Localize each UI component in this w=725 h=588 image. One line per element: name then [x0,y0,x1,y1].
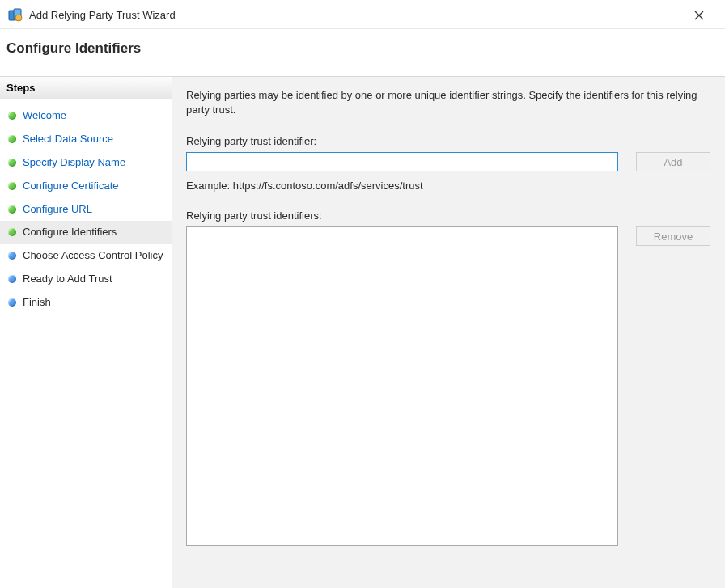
identifier-list-row: Remove [186,226,710,546]
identifier-list[interactable] [186,226,618,546]
wizard-body: Steps Welcome Select Data Source Specify… [0,76,725,588]
step-bullet-icon [8,112,16,120]
svg-point-2 [15,15,22,21]
step-bullet-icon [8,182,16,190]
titlebar: Add Relying Party Trust Wizard [0,0,725,29]
step-label: Ready to Add Trust [23,273,112,286]
step-configure-identifiers[interactable]: Configure Identifiers [0,221,172,244]
page-heading: Configure Identifiers [0,29,725,76]
main-panel: Relying parties may be identified by one… [172,76,725,588]
identifier-input-label: Relying party trust identifier: [186,135,710,147]
step-label: Configure URL [23,203,92,217]
steps-list: Welcome Select Data Source Specify Displ… [0,99,172,319]
step-bullet-icon [8,205,16,214]
app-icon [8,8,23,23]
step-bullet-icon [8,135,16,143]
remove-button[interactable]: Remove [636,226,710,246]
step-select-data-source[interactable]: Select Data Source [0,128,172,151]
step-welcome[interactable]: Welcome [0,104,172,128]
step-ready-to-add-trust[interactable]: Ready to Add Trust [0,268,172,291]
step-bullet-icon [8,228,16,236]
step-bullet-icon [8,159,16,167]
step-finish[interactable]: Finish [0,291,172,315]
close-button[interactable] [683,4,715,27]
step-specify-display-name[interactable]: Specify Display Name [0,151,172,175]
step-configure-url[interactable]: Configure URL [0,198,172,222]
step-choose-access-control-policy[interactable]: Choose Access Control Policy [0,244,172,268]
identifier-example: Example: https://fs.contoso.com/adfs/ser… [186,180,710,192]
identifier-input[interactable] [186,152,618,171]
identifier-list-label: Relying party trust identifiers: [186,209,710,222]
step-bullet-icon [8,298,16,307]
window-title: Add Relying Party Trust Wizard [29,9,683,21]
step-label: Choose Access Control Policy [23,249,163,263]
step-label: Welcome [23,109,66,123]
step-label: Configure Identifiers [23,226,117,239]
steps-sidebar: Steps Welcome Select Data Source Specify… [0,76,172,588]
step-configure-certificate[interactable]: Configure Certificate [0,175,172,198]
step-bullet-icon [8,275,16,283]
add-button[interactable]: Add [636,152,710,171]
steps-header: Steps [0,76,172,99]
step-label: Select Data Source [23,133,113,146]
identifier-input-row: Add [186,152,710,171]
intro-text: Relying parties may be identified by one… [186,88,704,117]
step-label: Specify Display Name [23,156,125,170]
step-label: Finish [23,296,51,310]
step-label: Configure Certificate [23,180,119,193]
step-bullet-icon [8,252,16,260]
